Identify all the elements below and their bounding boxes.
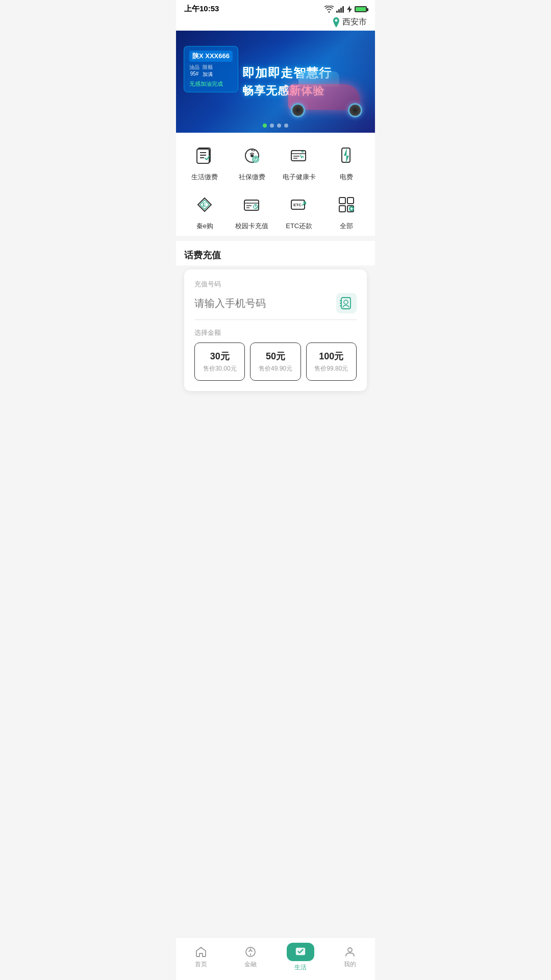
menu-electric-label: 电费 bbox=[340, 173, 353, 182]
location-icon bbox=[332, 17, 340, 28]
banner-info-limit: 限额 加满 bbox=[203, 64, 213, 78]
amount-100-price: 售价99.80元 bbox=[311, 364, 352, 373]
campus-icon bbox=[239, 192, 265, 217]
amount-50-price: 售价49.90元 bbox=[255, 364, 296, 373]
svg-rect-2 bbox=[340, 8, 342, 13]
menu-all-label: 全部 bbox=[340, 222, 353, 231]
svg-text:ETC: ETC bbox=[293, 203, 302, 207]
banner-info-oil: 油品 95# bbox=[189, 64, 199, 78]
banner: 陕X XXX666 油品 95# 限额 加满 无感加油完成 即加即走智慧行 畅享… bbox=[176, 31, 375, 133]
menu-campus-label: 校园卡充值 bbox=[235, 222, 268, 231]
amount-30-price: 售价30.00元 bbox=[199, 364, 240, 373]
menu-shenghuo-label: 生活缴费 bbox=[191, 173, 218, 182]
battery-icon bbox=[355, 6, 367, 12]
dot-2 bbox=[270, 124, 274, 128]
banner-card: 陕X XXX666 油品 95# 限额 加满 无感加油完成 bbox=[184, 46, 238, 92]
menu-shebao-label: 社保缴费 bbox=[239, 173, 265, 182]
banner-dots bbox=[263, 124, 288, 128]
svg-point-10 bbox=[251, 154, 254, 157]
svg-point-16 bbox=[255, 159, 256, 160]
dot-4 bbox=[284, 124, 288, 128]
banner-car bbox=[283, 77, 365, 117]
amount-30[interactable]: 30元 售价30.00元 bbox=[194, 342, 245, 381]
signal-icon bbox=[336, 6, 344, 13]
menu-all[interactable]: 全部 bbox=[323, 192, 370, 231]
health-icon bbox=[286, 143, 312, 168]
amount-50-value: 50元 bbox=[255, 350, 296, 362]
recharge-input-row bbox=[194, 293, 357, 320]
svg-text:E: E bbox=[203, 202, 206, 208]
shebao-icon bbox=[239, 143, 265, 168]
menu-health-label: 电子健康卡 bbox=[283, 173, 316, 182]
contact-book-icon[interactable] bbox=[336, 293, 357, 313]
banner-info-row: 油品 95# 限额 加满 bbox=[189, 64, 233, 78]
diamond-icon: E bbox=[192, 192, 217, 217]
svg-rect-31 bbox=[347, 198, 354, 204]
grid-icon bbox=[334, 192, 359, 217]
recharge-input-label: 充值号码 bbox=[194, 280, 357, 289]
dot-1 bbox=[263, 124, 267, 128]
svg-rect-30 bbox=[339, 198, 345, 204]
svg-rect-0 bbox=[336, 11, 338, 13]
banner-success: 无感加油完成 bbox=[189, 80, 233, 88]
receipt-icon bbox=[192, 143, 217, 168]
recharge-title: 话费充值 bbox=[176, 241, 375, 265]
status-icons bbox=[324, 6, 367, 13]
status-bar: 上午10:53 bbox=[176, 0, 375, 16]
amount-label: 选择金额 bbox=[194, 328, 357, 337]
svg-line-12 bbox=[254, 150, 255, 152]
amount-30-value: 30元 bbox=[199, 350, 240, 362]
amount-100[interactable]: 100元 售价99.80元 bbox=[306, 342, 357, 381]
menu-qin[interactable]: E 秦e购 bbox=[181, 192, 229, 231]
phone-input[interactable] bbox=[194, 298, 336, 309]
charging-icon bbox=[347, 6, 352, 13]
svg-rect-5 bbox=[197, 149, 209, 163]
menu-campus[interactable]: 校园卡充值 bbox=[229, 192, 276, 231]
amount-50[interactable]: 50元 售价49.90元 bbox=[250, 342, 300, 381]
etc-icon: ETC bbox=[286, 192, 312, 217]
menu-etc[interactable]: ETC ETC还款 bbox=[276, 192, 323, 231]
svg-point-38 bbox=[344, 300, 348, 304]
menu-health[interactable]: 电子健康卡 bbox=[276, 143, 323, 182]
electric-icon bbox=[334, 143, 359, 168]
wifi-icon bbox=[324, 6, 334, 13]
menu-shebao[interactable]: 社保缴费 bbox=[229, 143, 276, 182]
menu-qin-label: 秦e购 bbox=[196, 222, 213, 231]
amount-options: 30元 售价30.00元 50元 售价49.90元 100元 售价99.80元 bbox=[194, 342, 357, 381]
location-bar: 西安市 bbox=[176, 16, 375, 31]
menu-shenghuo[interactable]: 生活缴费 bbox=[181, 143, 229, 182]
plate-number: 陕X XXX666 bbox=[189, 51, 233, 62]
dot-3 bbox=[277, 124, 281, 128]
location-city: 西安市 bbox=[342, 17, 367, 28]
amount-100-value: 100元 bbox=[311, 350, 352, 362]
svg-rect-32 bbox=[339, 206, 345, 212]
quick-menu: 生活缴费 社保缴费 bbox=[176, 133, 375, 236]
status-time: 上午10:53 bbox=[184, 4, 219, 14]
svg-rect-3 bbox=[342, 6, 344, 13]
svg-rect-1 bbox=[338, 9, 340, 13]
menu-electric[interactable]: 电费 bbox=[323, 143, 370, 182]
menu-etc-label: ETC还款 bbox=[286, 222, 312, 231]
recharge-card: 充值号码 选择金额 30元 售价30.00元 50元 bbox=[184, 270, 367, 391]
